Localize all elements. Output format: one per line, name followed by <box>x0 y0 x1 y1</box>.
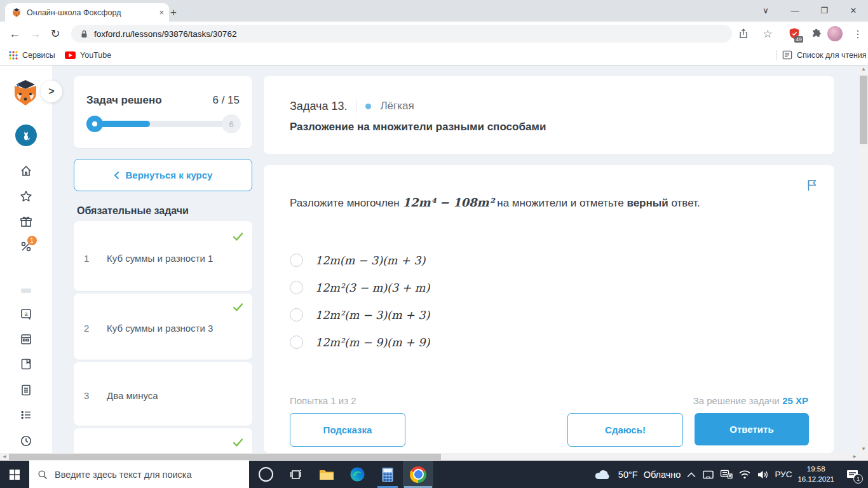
give-up-button[interactable]: Сдаюсь! <box>567 413 683 447</box>
forward-icon[interactable]: → <box>25 24 44 43</box>
foxford-favicon <box>11 8 22 18</box>
horizontal-scrollbar[interactable]: ◄ ► <box>0 453 868 461</box>
tablet-pc-icon[interactable] <box>702 470 714 480</box>
page-content: > 1 <box>0 65 859 453</box>
favorites-star-icon[interactable] <box>18 189 34 204</box>
start-button[interactable] <box>0 461 29 488</box>
file-explorer-icon[interactable] <box>311 461 342 488</box>
task-card-1[interactable]: 1 Куб суммы и разности 1 <box>74 221 252 291</box>
back-to-course-label: Вернуться к курсу <box>126 170 213 180</box>
search-icon <box>37 470 48 480</box>
answer-option-4[interactable]: 12m²(m − 9)(m + 9) <box>290 336 430 349</box>
extensions-puzzle-icon[interactable] <box>808 26 824 41</box>
radio-button[interactable] <box>290 281 303 294</box>
new-tab-button[interactable]: + <box>165 4 182 21</box>
question-after: ответ. <box>668 197 700 209</box>
adblock-extension-icon[interactable]: 49 <box>787 26 802 41</box>
answer-option-2[interactable]: 12m²(3 − m)(3 + m) <box>290 281 430 294</box>
vertical-scrollbar[interactable]: ▲ ▼ <box>859 65 868 453</box>
task-title: Куб суммы и разности 3 <box>107 323 213 334</box>
url-bar[interactable]: foxford.ru/lessons/93876/tasks/30762 <box>71 25 732 43</box>
bookmarks-book-icon[interactable] <box>18 356 34 372</box>
extension-badge: 49 <box>794 36 803 43</box>
chevron-left-icon <box>114 171 119 180</box>
weather-cloud-icon <box>593 468 613 481</box>
radio-button[interactable] <box>290 308 303 322</box>
bookmark-youtube[interactable]: YouTube <box>65 46 111 64</box>
document-icon[interactable] <box>18 383 34 398</box>
profile-avatar[interactable] <box>827 26 843 41</box>
reward-info: За решение задачи 25 XP <box>693 395 808 407</box>
task-title: Куб суммы и разности 1 <box>107 253 213 264</box>
reload-icon[interactable]: ↻ <box>46 24 65 43</box>
dictionary-icon[interactable]: а <box>18 306 34 322</box>
tab-close-icon[interactable]: × <box>159 8 164 17</box>
home-icon[interactable] <box>18 163 34 179</box>
list-icon[interactable] <box>18 407 34 423</box>
report-flag-icon[interactable] <box>806 179 818 191</box>
taskbar-search-input[interactable]: Введите здесь текст для поиска <box>29 461 249 488</box>
task-card-3[interactable]: 3 Два минуса <box>74 362 252 426</box>
radio-button[interactable] <box>290 336 303 349</box>
user-avatar[interactable] <box>15 125 37 146</box>
volume-icon[interactable] <box>757 470 769 480</box>
promo-percent-icon[interactable]: 1 <box>18 239 34 254</box>
bookmark-label: YouTube <box>80 51 111 60</box>
hint-button[interactable]: Подсказка <box>290 413 405 447</box>
reading-list-icon <box>782 50 792 60</box>
window-close-button[interactable]: × <box>839 0 868 21</box>
option-label: 12m(m − 3)(m + 3) <box>315 254 425 267</box>
task-card-2[interactable]: 2 Куб суммы и разности 3 <box>74 294 252 360</box>
cortana-icon[interactable] <box>250 461 281 488</box>
language-indicator[interactable]: РУС <box>775 470 792 479</box>
promo-badge: 1 <box>27 236 37 245</box>
answer-button[interactable]: Ответить <box>695 413 809 445</box>
schedule-icon[interactable] <box>18 332 34 347</box>
bookmark-services[interactable]: Сервисы <box>9 46 55 64</box>
scroll-down-icon[interactable]: ▼ <box>859 445 868 453</box>
progress-knob <box>86 116 103 132</box>
wifi-icon[interactable] <box>738 470 751 479</box>
weather-desc[interactable]: Облачно <box>644 470 681 480</box>
edge-browser-icon[interactable] <box>342 461 372 488</box>
calculator-icon[interactable] <box>372 461 403 488</box>
scroll-up-icon[interactable]: ▲ <box>859 65 868 73</box>
window-chevron-icon[interactable]: ∨ <box>751 0 780 21</box>
check-icon <box>233 438 243 447</box>
browser-menu-icon[interactable]: ⋮ <box>850 26 865 41</box>
touch-keyboard-icon[interactable] <box>720 470 733 479</box>
answer-option-1[interactable]: 12m(m − 3)(m + 3) <box>290 254 425 267</box>
back-to-course-button[interactable]: Вернуться к курсу <box>74 159 252 191</box>
tray-expand-chevron-icon[interactable] <box>686 471 696 478</box>
reading-list-button[interactable]: Список для чтения <box>782 46 867 64</box>
task-card-4[interactable] <box>74 428 252 453</box>
weather-temp[interactable]: 50°F <box>618 470 638 480</box>
task-view-icon[interactable] <box>281 461 311 488</box>
chrome-icon[interactable] <box>403 461 433 488</box>
taskbar-clock[interactable]: 19:58 16.12.2021 <box>797 464 834 484</box>
vertical-scroll-thumb[interactable] <box>860 76 867 144</box>
screen: Онлайн-школа Фоксфорд × + ∨ — ❐ × ← → ↻ … <box>0 0 868 488</box>
horizontal-scroll-thumb[interactable] <box>9 454 441 460</box>
browser-tab[interactable]: Онлайн-школа Фоксфорд × <box>5 3 169 22</box>
history-clock-icon[interactable] <box>18 433 34 449</box>
notification-center-icon[interactable]: 1 <box>840 461 864 488</box>
scroll-left-icon[interactable]: ◄ <box>2 453 7 461</box>
progress-title: Задач решено <box>86 94 162 107</box>
foxford-logo[interactable] <box>11 78 40 107</box>
scroll-right-icon[interactable]: ► <box>852 453 857 461</box>
rail-expand-button[interactable]: > <box>41 81 62 102</box>
back-icon[interactable]: ← <box>5 24 24 43</box>
window-minimize-button[interactable]: — <box>780 0 810 21</box>
share-icon[interactable] <box>736 26 751 41</box>
answer-option-3[interactable]: 12m²(m − 3)(m + 3) <box>290 308 430 322</box>
hint-button-label: Подсказка <box>323 424 372 435</box>
gift-icon[interactable] <box>18 214 34 229</box>
question-middle: на множители и отметьте <box>494 197 627 209</box>
radio-button[interactable] <box>290 254 303 267</box>
task-number: 3 <box>84 390 89 401</box>
give-up-button-label: Сдаюсь! <box>605 424 646 435</box>
bookmark-star-icon[interactable]: ☆ <box>760 26 775 41</box>
browser-toolbar: ← → ↻ foxford.ru/lessons/93876/tasks/307… <box>0 22 868 46</box>
window-maximize-button[interactable]: ❐ <box>810 0 839 21</box>
